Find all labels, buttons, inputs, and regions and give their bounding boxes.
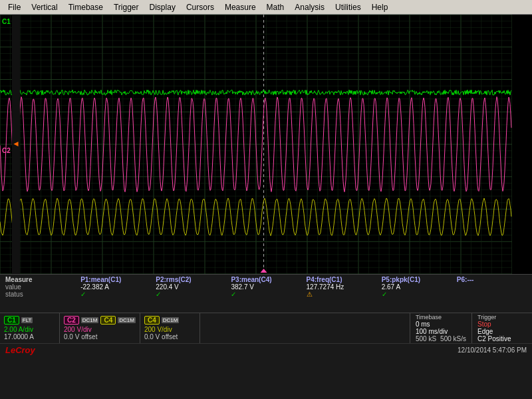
- trigger-edge: Edge: [477, 328, 527, 335]
- ch-badge-C1: C1: [4, 316, 19, 325]
- ch-offset-info-C1: 17.0000 A: [4, 333, 55, 340]
- menu-item-cursors[interactable]: Cursors: [181, 2, 219, 13]
- ch-offset-info-C2: 0.0 V offset: [64, 333, 136, 340]
- timebase-row2: 100 ms/div: [416, 328, 466, 335]
- timebase-label: Timebase: [416, 314, 466, 321]
- measure-label-5: P6:---: [457, 276, 527, 283]
- measure-status-2: ✓: [231, 291, 301, 298]
- menu-item-math[interactable]: Math: [261, 2, 290, 13]
- scope-area: C1 C2 ◄: [0, 15, 532, 274]
- trigger-stop: Stop: [477, 321, 527, 328]
- brand-name: LeCroy: [5, 345, 35, 355]
- trigger-channel: C2 Positive: [477, 335, 527, 342]
- channel-info-bar: C1FLT2.00 A/div17.0000 AC2DC1MC4DC1M200 …: [0, 313, 532, 343]
- measure-col-4: P5:pkpk(C1)2.67 A✓: [379, 276, 454, 298]
- sample-rate: 500 kS/s: [440, 335, 466, 342]
- channel-block-C4: C4DC1M200 V/div0.0 V offset: [140, 313, 200, 343]
- c4-filter: DC1M: [118, 317, 136, 323]
- brand-bar: LeCroy 12/10/2014 5:47:06 PM: [0, 343, 532, 356]
- measure-bar: Measure value status P1:mean(C1)-22.382 …: [0, 274, 532, 313]
- ch-offset-info-C4: 0.0 V offset: [144, 333, 196, 340]
- measure-value-2: 382.7 V: [231, 283, 301, 291]
- measure-header-status-label: status: [5, 291, 75, 298]
- filter-badge: FLT: [21, 317, 33, 323]
- measure-status-0: ✓: [80, 291, 150, 298]
- measure-label-4: P5:pkpk(C1): [382, 276, 452, 283]
- measure-col-0: P1:mean(C1)-22.382 A✓: [78, 276, 153, 298]
- channel-block-C1: C1FLT2.00 A/div17.0000 A: [0, 313, 60, 343]
- menu-bar: FileVerticalTimebaseTriggerDisplayCursor…: [0, 0, 532, 15]
- measure-value-0: -22.382 A: [80, 283, 150, 291]
- measure-status-3: ⚠: [307, 291, 376, 298]
- ch-badge-C2: C2: [64, 316, 79, 325]
- trigger-arrow: ◄: [12, 139, 20, 148]
- measure-status-4: ✓: [382, 291, 452, 298]
- measure-header-col: Measure value status: [3, 276, 78, 298]
- timebase-delay: 0 ms: [416, 321, 430, 328]
- menu-item-utilities[interactable]: Utilities: [330, 2, 366, 13]
- timebase-samples: 500 kS: [416, 335, 436, 342]
- trigger-label: Trigger: [477, 314, 527, 321]
- measure-col-1: P2:rms(C2)220.4 V✓: [153, 276, 228, 298]
- menu-item-timebase[interactable]: Timebase: [63, 2, 108, 13]
- measure-col-5: P6:---: [454, 276, 529, 283]
- ch-div-info-C4: 200 V/div: [144, 326, 196, 333]
- menu-item-measure[interactable]: Measure: [219, 2, 261, 13]
- measure-value-4: 2.67 A: [382, 283, 452, 291]
- datetime: 12/10/2014 5:47:06 PM: [458, 346, 527, 354]
- measure-label-2: P3:mean(C4): [231, 276, 301, 283]
- menu-item-file[interactable]: File: [3, 2, 26, 13]
- measure-label-3: P4:freq(C1): [307, 276, 376, 283]
- oscilloscope-display: [0, 15, 512, 274]
- trigger-block: TriggerStopEdgeC2 Positive: [472, 313, 532, 343]
- ch-badge-C4-inline: C4: [100, 316, 116, 325]
- ch-div-info-C1: 2.00 A/div: [4, 326, 55, 333]
- measure-col-2: P3:mean(C4)382.7 V✓: [228, 276, 303, 298]
- timebase-block: Timebase0 ms100 ms/div500 kS500 kS/s: [410, 313, 472, 343]
- ch-div-info-C2: 200 V/div: [64, 326, 136, 333]
- measure-header-value-label: value: [5, 283, 75, 291]
- right-info-group: Timebase0 ms100 ms/div500 kS500 kS/sTrig…: [410, 313, 532, 343]
- measure-label-0: P1:mean(C1): [80, 276, 150, 283]
- timebase-speed: 100 ms/div: [416, 328, 448, 335]
- menu-item-help[interactable]: Help: [366, 2, 394, 13]
- measure-value-3: 127.7274 Hz: [307, 283, 376, 291]
- menu-item-trigger[interactable]: Trigger: [108, 2, 144, 13]
- measure-col-3: P4:freq(C1)127.7274 Hz⚠: [304, 276, 379, 298]
- filter-badge: DC1M: [81, 317, 99, 323]
- ch-badge-C4: C4: [144, 316, 160, 325]
- filter-badge: DC1M: [162, 317, 180, 323]
- measure-label-1: P2:rms(C2): [156, 276, 225, 283]
- measure-status-1: ✓: [156, 291, 225, 298]
- menu-item-vertical[interactable]: Vertical: [26, 2, 63, 13]
- channel-block-C2: C2DC1MC4DC1M200 V/div0.0 V offset: [60, 313, 140, 343]
- menu-item-display[interactable]: Display: [144, 2, 181, 13]
- timebase-row3: 500 kS500 kS/s: [416, 335, 466, 342]
- measure-row: Measure value status P1:mean(C1)-22.382 …: [0, 275, 532, 300]
- timebase-row1: 0 ms: [416, 321, 466, 328]
- menu-item-analysis[interactable]: Analysis: [289, 2, 330, 13]
- measure-header-label: Measure: [5, 276, 75, 283]
- measure-value-1: 220.4 V: [156, 283, 225, 291]
